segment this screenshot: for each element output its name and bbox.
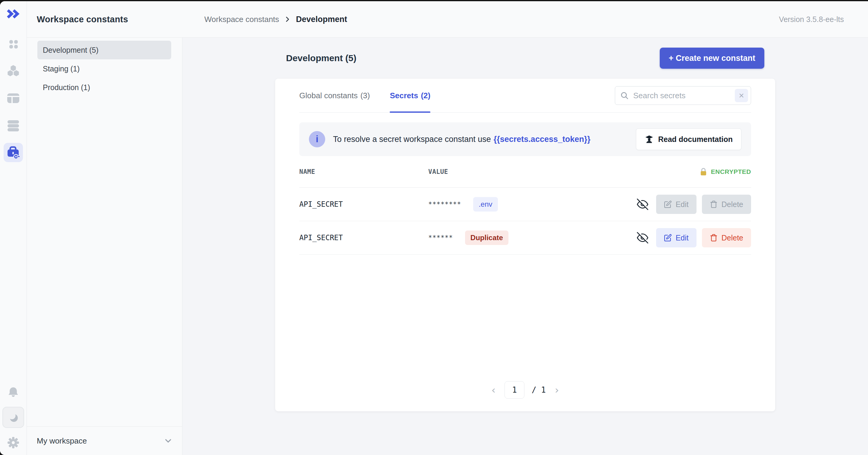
apps-grid-icon[interactable] bbox=[4, 34, 23, 54]
constant-name: API_SECRET bbox=[299, 200, 428, 208]
delete-button[interactable]: Delete bbox=[702, 195, 751, 214]
app-window: Workspace constants Workspace constants … bbox=[0, 1, 868, 455]
read-documentation-label: Read documentation bbox=[658, 135, 733, 144]
marketplace-hexagons-icon[interactable] bbox=[4, 62, 23, 81]
layout-dashboard-icon[interactable] bbox=[4, 89, 23, 108]
banner-prefix: To resolve a secret workspace constant u… bbox=[333, 135, 491, 144]
secrets-info-banner: i To resolve a secret workspace constant… bbox=[299, 122, 751, 156]
breadcrumb: Workspace constants Development bbox=[204, 15, 347, 24]
edit-button-label: Edit bbox=[676, 233, 689, 242]
search-icon bbox=[620, 91, 629, 100]
search-input[interactable] bbox=[632, 91, 731, 101]
create-new-constant-button[interactable]: + Create new constant bbox=[660, 47, 764, 69]
workspace-switcher[interactable]: My workspace bbox=[27, 426, 182, 455]
lock-icon bbox=[699, 167, 708, 176]
env-item-development[interactable]: Development (5) bbox=[37, 41, 171, 59]
tab-secrets[interactable]: Secrets (2) bbox=[390, 79, 430, 112]
table-row: API_SECRET ****** Duplicate bbox=[299, 221, 751, 255]
trash-icon bbox=[710, 200, 718, 208]
env-item-production[interactable]: Production (1) bbox=[37, 78, 171, 97]
environments-panel: Development (5) Staging (1) Production (… bbox=[27, 38, 182, 455]
duplicate-badge: Duplicate bbox=[465, 230, 508, 245]
row-actions: Edit Delete bbox=[637, 228, 751, 248]
constants-card: Global constants (3) Secrets (2) bbox=[275, 79, 775, 411]
toggle-visibility-button[interactable] bbox=[637, 232, 648, 243]
workspace-name: My workspace bbox=[37, 436, 87, 446]
workspace-constants-icon[interactable] bbox=[4, 143, 23, 162]
edit-pencil-icon bbox=[664, 200, 672, 208]
current-page[interactable]: 1 bbox=[504, 381, 524, 399]
chevron-down-icon bbox=[163, 436, 173, 446]
database-icon[interactable] bbox=[4, 116, 23, 135]
moon-icon bbox=[7, 411, 20, 424]
chevron-right-icon bbox=[283, 15, 292, 24]
graduate-icon bbox=[645, 135, 654, 144]
page-title: Workspace constants bbox=[37, 14, 128, 24]
eye-off-icon bbox=[637, 199, 648, 210]
toggle-visibility-button[interactable] bbox=[637, 199, 648, 210]
edit-pencil-icon bbox=[664, 234, 672, 242]
tabs-row: Global constants (3) Secrets (2) bbox=[299, 79, 751, 113]
delete-button-label: Delete bbox=[721, 200, 743, 209]
env-item-label: Production (1) bbox=[43, 83, 90, 92]
row-actions: Edit Delete bbox=[637, 195, 751, 214]
prev-page-button[interactable]: ‹ bbox=[490, 385, 497, 395]
trash-icon bbox=[710, 234, 718, 242]
read-documentation-button[interactable]: Read documentation bbox=[636, 128, 741, 150]
tab-count: (3) bbox=[361, 91, 370, 100]
rail-bottom bbox=[2, 386, 24, 455]
tab-count: (2) bbox=[421, 91, 430, 100]
main-area: Development (5) + Create new constant Gl… bbox=[182, 38, 868, 455]
settings-gear-icon[interactable] bbox=[6, 436, 20, 450]
page-head: Development (5) + Create new constant bbox=[275, 38, 775, 79]
rail-nav bbox=[4, 34, 23, 162]
tab-global-constants[interactable]: Global constants (3) bbox=[299, 79, 370, 112]
search-box: × bbox=[615, 86, 751, 105]
app-logo-icon[interactable] bbox=[6, 7, 21, 21]
environment-heading: Development (5) bbox=[286, 53, 356, 63]
pagination: ‹ 1 / 1 › bbox=[299, 381, 751, 411]
info-icon: i bbox=[309, 131, 325, 148]
next-page-button[interactable]: › bbox=[553, 385, 561, 395]
edit-button-label: Edit bbox=[676, 200, 689, 209]
total-pages: / 1 bbox=[532, 385, 546, 394]
env-item-staging[interactable]: Staging (1) bbox=[37, 59, 171, 78]
encrypted-label: ENCRYPTED bbox=[711, 168, 751, 175]
tab-label: Secrets bbox=[390, 91, 418, 100]
top-header: Workspace constants Workspace constants … bbox=[27, 1, 868, 38]
left-icon-rail bbox=[0, 1, 27, 455]
delete-button-label: Delete bbox=[721, 233, 743, 242]
breadcrumb-parent[interactable]: Workspace constants bbox=[204, 15, 279, 24]
masked-value: ****** bbox=[428, 234, 453, 241]
encrypted-indicator: ENCRYPTED bbox=[699, 167, 751, 176]
table-row: API_SECRET ******** .env bbox=[299, 188, 751, 221]
masked-value: ******** bbox=[428, 201, 461, 208]
delete-button[interactable]: Delete bbox=[702, 228, 751, 248]
version-label: Version 3.5.8-ee-lts bbox=[779, 15, 844, 24]
table-header: NAME VALUE ENCRYPTED bbox=[299, 156, 751, 188]
column-name: NAME bbox=[299, 168, 428, 175]
eye-off-icon bbox=[637, 232, 648, 243]
notifications-bell-icon[interactable] bbox=[7, 386, 20, 399]
env-item-label: Staging (1) bbox=[43, 64, 80, 73]
breadcrumb-current: Development bbox=[296, 15, 347, 24]
tab-label: Global constants bbox=[299, 91, 358, 100]
edit-button[interactable]: Edit bbox=[656, 228, 696, 248]
constant-value: ******** .env bbox=[428, 197, 498, 212]
environments-list: Development (5) Staging (1) Production (… bbox=[27, 38, 182, 97]
dark-mode-toggle[interactable] bbox=[2, 407, 24, 428]
banner-code: {{secrets.access_token}} bbox=[494, 135, 590, 144]
constant-value: ****** Duplicate bbox=[428, 230, 508, 245]
banner-text: To resolve a secret workspace constant u… bbox=[333, 135, 590, 144]
search-clear-button[interactable]: × bbox=[735, 89, 748, 102]
column-value: VALUE bbox=[428, 168, 448, 175]
constant-name: API_SECRET bbox=[299, 233, 428, 242]
edit-button[interactable]: Edit bbox=[656, 195, 696, 214]
env-item-label: Development (5) bbox=[43, 46, 98, 55]
env-badge: .env bbox=[473, 197, 498, 212]
